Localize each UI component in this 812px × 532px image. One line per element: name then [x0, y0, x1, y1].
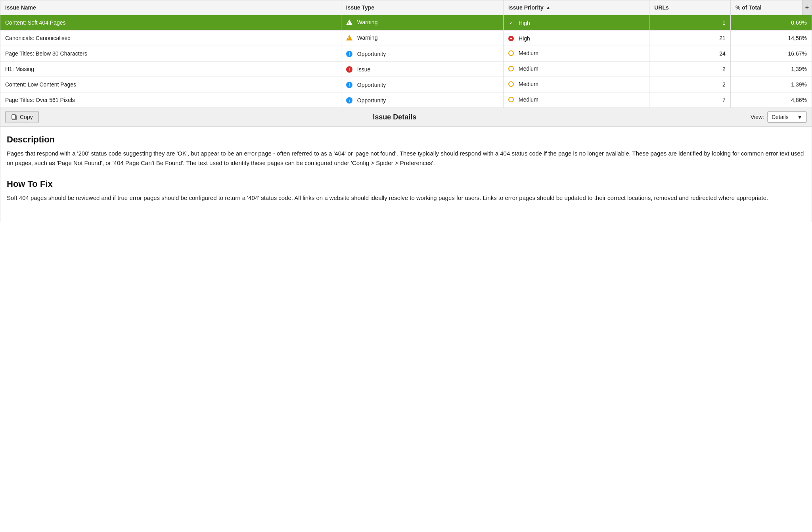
issue-icon: ! [346, 66, 352, 73]
info-icon: i [346, 97, 352, 104]
cell-pct: 1,39% [730, 61, 812, 77]
cell-pct: 4,86% [730, 92, 812, 108]
cell-name: Page Titles: Over 561 Pixels [0, 92, 341, 108]
description-title: Description [7, 134, 805, 145]
priority-circle-outline-icon [508, 66, 514, 71]
cell-priority: Medium [504, 77, 649, 92]
type-label: Warning [357, 19, 378, 25]
cell-type: !Issue [341, 61, 503, 77]
table-row[interactable]: Page Titles: Below 30 CharactersiOpportu… [0, 46, 812, 61]
priority-badge: Medium [508, 81, 538, 87]
svg-rect-1 [12, 115, 15, 119]
col-header-pct[interactable]: % of Total + [730, 0, 812, 15]
col-header-priority[interactable]: Issue Priority ▲ [504, 0, 649, 15]
info-icon: i [346, 51, 352, 57]
table-row[interactable]: Content: Low Content PagesiOpportunityMe… [0, 77, 812, 92]
info-icon: i [346, 82, 352, 88]
content-area: Description Pages that respond with a '2… [0, 127, 812, 222]
table-row[interactable]: Canonicals: Canonicalised ! Warning●High… [0, 31, 812, 46]
warning-yellow-icon: ! [346, 35, 352, 40]
cell-priority: Medium [504, 92, 649, 108]
table-wrapper: Issue Name Issue Type Issue Priority ▲ U… [0, 0, 812, 108]
priority-badge: ●High [508, 35, 530, 42]
type-badge: ! Warning [346, 19, 378, 25]
type-label: Opportunity [357, 82, 386, 88]
cell-urls: 24 [649, 46, 731, 61]
priority-circle-outline-icon [508, 81, 514, 87]
cell-name: Page Titles: Below 30 Characters [0, 46, 341, 61]
cell-pct: 1,39% [730, 77, 812, 92]
cell-priority: Medium [504, 46, 649, 61]
type-label: Opportunity [357, 51, 386, 57]
table-row[interactable]: Page Titles: Over 561 PixelsiOpportunity… [0, 92, 812, 108]
view-select[interactable]: Details ▼ [767, 111, 807, 123]
cell-name: Content: Soft 404 Pages [0, 15, 341, 31]
cell-type: iOpportunity [341, 46, 503, 61]
cell-type: iOpportunity [341, 77, 503, 92]
priority-badge: Medium [508, 96, 538, 103]
col-header-type[interactable]: Issue Type [341, 0, 503, 15]
warning-icon: ! [346, 19, 352, 25]
toolbar-title: Issue Details [39, 113, 751, 121]
cell-priority: ●High [504, 31, 649, 46]
cell-name: Canonicals: Canonicalised [0, 31, 341, 46]
priority-circle-check-icon: ✓ [508, 20, 514, 26]
priority-label: Medium [519, 96, 538, 103]
cell-priority: ✓High [504, 15, 649, 31]
cell-type: ! Warning [341, 31, 503, 46]
priority-label: Medium [519, 50, 538, 56]
type-badge: !Issue [346, 66, 370, 73]
priority-label: Medium [519, 65, 538, 72]
priority-badge: Medium [508, 65, 538, 72]
col-header-urls[interactable]: URLs [649, 0, 731, 15]
copy-label: Copy [20, 114, 33, 120]
col-header-name[interactable]: Issue Name [0, 0, 341, 15]
table-row[interactable]: H1: Missing!IssueMedium21,39% [0, 61, 812, 77]
priority-circle-red-icon: ● [508, 36, 514, 41]
issues-table: Issue Name Issue Type Issue Priority ▲ U… [0, 0, 812, 108]
priority-badge: Medium [508, 50, 538, 56]
howtofix-title: How To Fix [7, 179, 805, 189]
copy-icon [11, 114, 17, 120]
col-header-pct-label: % of Total [735, 4, 762, 11]
sort-arrow-icon: ▲ [546, 5, 551, 10]
type-label: Issue [357, 66, 370, 73]
type-badge: iOpportunity [346, 82, 386, 88]
priority-label: Medium [519, 81, 538, 87]
toolbar: Copy Issue Details View: Details ▼ [0, 108, 812, 127]
priority-badge: ✓High [508, 20, 530, 26]
cell-urls: 7 [649, 92, 731, 108]
cell-type: iOpportunity [341, 92, 503, 108]
col-header-priority-label: Issue Priority [508, 4, 544, 11]
priority-label: High [519, 20, 530, 26]
priority-circle-outline-icon [508, 50, 514, 56]
copy-button[interactable]: Copy [5, 111, 39, 123]
cell-pct: 14,58% [730, 31, 812, 46]
priority-circle-outline-icon [508, 97, 514, 102]
priority-label: High [519, 35, 530, 42]
cell-pct: 0,69% [730, 15, 812, 31]
cell-urls: 2 [649, 77, 731, 92]
cell-name: Content: Low Content Pages [0, 77, 341, 92]
cell-urls: 1 [649, 15, 731, 31]
type-label: Warning [357, 35, 378, 41]
table-row[interactable]: Content: Soft 404 Pages ! Warning✓High10… [0, 15, 812, 31]
cell-pct: 16,67% [730, 46, 812, 61]
type-label: Opportunity [357, 97, 386, 104]
cell-urls: 21 [649, 31, 731, 46]
description-text: Pages that respond with a '200' status c… [7, 149, 805, 168]
view-label: View: [751, 114, 764, 120]
type-badge: ! Warning [346, 35, 378, 41]
dropdown-arrow-icon: ▼ [797, 114, 802, 120]
cell-urls: 2 [649, 61, 731, 77]
cell-priority: Medium [504, 61, 649, 77]
cell-name: H1: Missing [0, 61, 341, 77]
type-badge: iOpportunity [346, 97, 386, 104]
table-header-row: Issue Name Issue Type Issue Priority ▲ U… [0, 0, 812, 15]
issues-table-container: Issue Name Issue Type Issue Priority ▲ U… [0, 0, 812, 108]
howtofix-text: Soft 404 pages should be reviewed and if… [7, 193, 805, 203]
view-section: View: Details ▼ [751, 111, 807, 123]
add-column-button[interactable]: + [802, 0, 812, 15]
cell-type: ! Warning [341, 15, 503, 31]
view-option-label: Details [772, 114, 789, 120]
